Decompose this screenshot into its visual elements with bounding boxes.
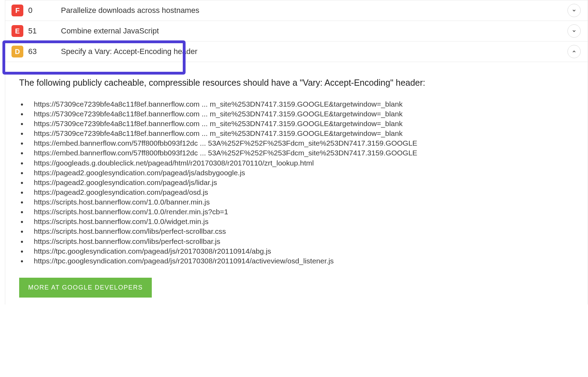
resource-item: https://tpc.googlesyndication.com/pagead… [28, 246, 574, 256]
resource-item: https://pagead2.googlesyndication.com/pa… [28, 168, 574, 178]
audit-row-vary-header[interactable]: D 63 Specify a Vary: Accept-Encoding hea… [5, 41, 588, 62]
audit-score: 0 [23, 6, 48, 15]
resource-item: https://pagead2.googlesyndication.com/pa… [28, 187, 574, 197]
chevron-down-icon [572, 29, 577, 33]
resource-item: https://scripts.host.bannerflow.com/libs… [28, 237, 574, 246]
resource-item: https://scripts.host.bannerflow.com/1.0.… [28, 207, 574, 217]
audit-score: 63 [23, 47, 48, 56]
grade-badge: D [11, 46, 23, 57]
resource-item: https://googleads.g.doubleclick.net/page… [28, 158, 574, 168]
highlight-wrapper: D 63 Specify a Vary: Accept-Encoding hea… [5, 41, 588, 62]
expand-toggle[interactable] [567, 24, 581, 38]
audit-details-panel: The following publicly cacheable, compre… [5, 62, 588, 305]
resource-item: https://tpc.googlesyndication.com/pagead… [28, 256, 574, 266]
resource-item: https://scripts.host.bannerflow.com/libs… [28, 226, 574, 236]
grade-badge: F [11, 5, 23, 16]
audit-list: F 0 Parallelize downloads across hostnam… [5, 0, 588, 305]
audit-score: 51 [23, 26, 48, 36]
chevron-up-icon [572, 49, 577, 54]
resource-list: https://57309ce7239bfe4a8c11f8ef.bannerf… [19, 99, 574, 266]
more-at-google-button[interactable]: MORE AT GOOGLE DEVELOPERS [19, 278, 152, 298]
resource-item: https://57309ce7239bfe4a8c11f8ef.bannerf… [28, 109, 574, 119]
resource-item: https://57309ce7239bfe4a8c11f8ef.bannerf… [28, 119, 574, 129]
expand-toggle[interactable] [567, 4, 581, 17]
audit-title: Specify a Vary: Accept-Encoding header [48, 47, 567, 56]
resource-item: https://pagead2.googlesyndication.com/pa… [28, 178, 574, 187]
details-heading: The following publicly cacheable, compre… [19, 76, 574, 90]
grade-badge: E [11, 25, 23, 37]
resource-item: https://embed.bannerflow.com/57ff800fbb0… [28, 148, 574, 158]
audit-row-combine-js[interactable]: E 51 Combine external JavaScript [5, 21, 588, 41]
resource-item: https://57309ce7239bfe4a8c11f8ef.bannerf… [28, 99, 574, 109]
resource-item: https://scripts.host.bannerflow.com/1.0.… [28, 197, 574, 207]
resource-item: https://embed.bannerflow.com/57ff800fbb0… [28, 138, 574, 148]
audit-title: Combine external JavaScript [48, 26, 567, 36]
chevron-down-icon [572, 8, 577, 13]
collapse-toggle[interactable] [567, 45, 581, 58]
audit-title: Parallelize downloads across hostnames [48, 6, 567, 15]
resource-item: https://57309ce7239bfe4a8c11f8ef.bannerf… [28, 129, 574, 138]
resource-item: https://scripts.host.bannerflow.com/1.0.… [28, 217, 574, 226]
audit-row-parallelize[interactable]: F 0 Parallelize downloads across hostnam… [5, 0, 588, 21]
